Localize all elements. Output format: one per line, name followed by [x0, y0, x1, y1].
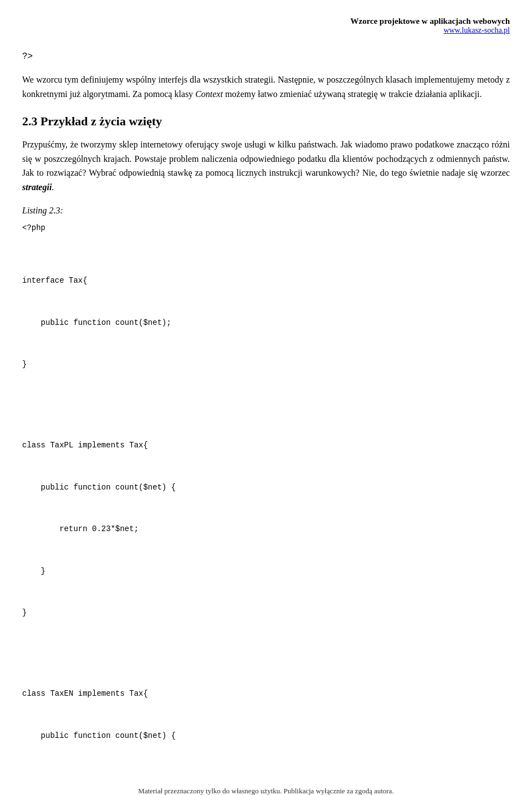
header-url[interactable]: www.lukasz-socha.pl	[22, 26, 510, 35]
paragraph-1-rest: możemy łatwo zmieniać używaną strategię …	[223, 89, 482, 99]
interface-line: interface Tax{	[22, 274, 510, 288]
section-heading-2-3: 2.3 Przykład z życia wzięty	[22, 114, 510, 129]
paragraph-2-text: Przypuśćmy, że tworzymy sklep internetow…	[22, 140, 510, 177]
code-taxen: class TaxEN implements Tax{ public funct…	[22, 659, 510, 771]
footer-text: Materiał przeznaczony tylko do własnego …	[138, 787, 393, 795]
interface-method: public function count($net);	[22, 316, 510, 330]
paragraph-1: We wzorcu tym definiujemy wspólny interf…	[22, 73, 510, 101]
page-footer: Materiał przeznaczony tylko do własnego …	[0, 787, 532, 796]
context-italic: Context	[195, 89, 223, 99]
strategii-bold: strategii	[22, 182, 52, 192]
taxpl-class-close: }	[22, 606, 510, 620]
listing-label: Listing 2.3:	[22, 206, 510, 216]
taxpl-method-close: }	[22, 564, 510, 578]
taxpl-class-line: class TaxPL implements Tax{	[22, 439, 510, 452]
taxen-class-line: class TaxEN implements Tax{	[22, 687, 510, 701]
taxpl-method-line: public function count($net) {	[22, 481, 510, 495]
paragraph-2: Przypuśćmy, że tworzymy sklep internetow…	[22, 137, 510, 194]
taxpl-return-line: return 0.23*$net;	[22, 522, 510, 536]
paragraph-2-end: .	[52, 182, 54, 192]
interface-close: }	[22, 358, 510, 371]
php-open-tag: <?php	[22, 221, 510, 235]
code-taxpl: class TaxPL implements Tax{ public funct…	[22, 411, 510, 648]
page-container: Wzorce projektowe w aplikacjach webowych…	[0, 0, 532, 795]
opening-tag: ?>	[22, 52, 510, 62]
header-title: Wzorce projektowe w aplikacjach webowych	[22, 17, 510, 26]
taxen-method-line: public function count($net) {	[22, 729, 510, 743]
code-interface: interface Tax{ public function count($ne…	[22, 246, 510, 400]
page-header: Wzorce projektowe w aplikacjach webowych…	[22, 11, 510, 35]
